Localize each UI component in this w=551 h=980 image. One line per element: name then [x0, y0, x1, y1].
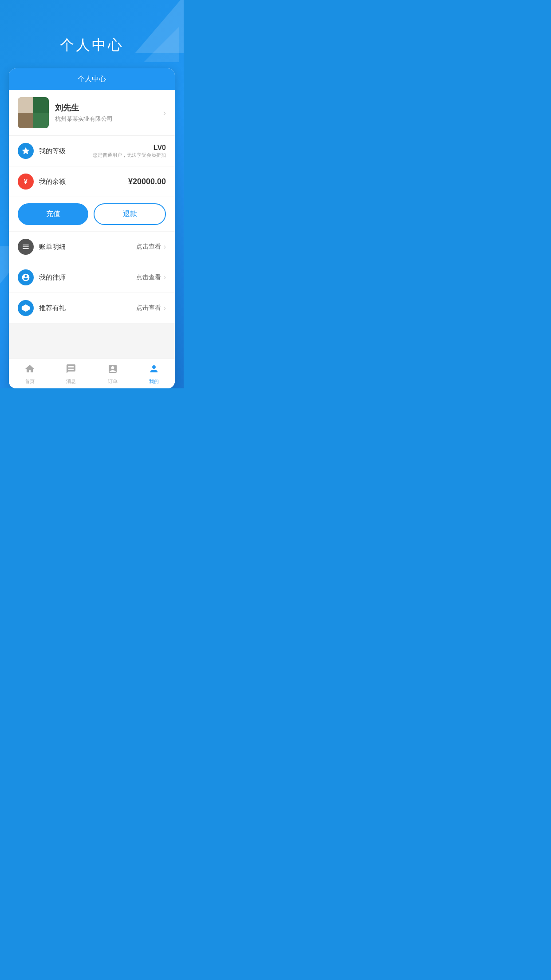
balance-icon: ¥ — [18, 174, 34, 190]
lawyer-right: 点击查看 › — [136, 273, 166, 281]
balance-amount: ¥20000.00 — [128, 177, 166, 186]
referral-right: 点击查看 › — [136, 304, 166, 312]
avatar-cell-1 — [18, 97, 33, 113]
bill-item[interactable]: 账单明细 点击查看 › — [9, 232, 175, 262]
bottom-nav: 首页 消息 订单 我的 — [9, 359, 175, 388]
bill-right: 点击查看 › — [136, 243, 166, 251]
nav-label-home: 首页 — [25, 378, 35, 385]
balance-label: 我的余额 — [39, 178, 128, 186]
profile-name: 刘先生 — [55, 103, 163, 113]
nav-label-order: 订单 — [108, 378, 118, 385]
lawyer-label: 我的律师 — [39, 273, 136, 282]
nav-label-mine: 我的 — [149, 378, 159, 385]
bill-icon — [18, 239, 34, 255]
page-title: 个人中心 — [0, 0, 184, 68]
referral-chevron-icon: › — [164, 304, 166, 312]
referral-item[interactable]: 推荐有礼 点击查看 › — [9, 293, 175, 323]
referral-icon — [18, 300, 34, 316]
balance-buttons: 充值 退款 — [9, 197, 175, 232]
nav-item-home[interactable]: 首页 — [9, 359, 51, 388]
recharge-button[interactable]: 充值 — [18, 203, 88, 225]
avatar-cell-4 — [33, 113, 49, 128]
avatar — [18, 97, 49, 128]
card-header: 个人中心 — [9, 68, 175, 90]
bill-label: 账单明细 — [39, 243, 136, 251]
referral-action: 点击查看 — [136, 304, 161, 312]
message-icon — [66, 364, 76, 377]
card-header-title: 个人中心 — [78, 75, 106, 83]
avatar-cell-2 — [33, 97, 49, 113]
profile-info: 刘先生 杭州某某实业有限公司 — [49, 103, 163, 123]
profile-section[interactable]: 刘先生 杭州某某实业有限公司 › — [9, 90, 175, 136]
nav-item-order[interactable]: 订单 — [92, 359, 134, 388]
empty-section — [9, 323, 175, 359]
grade-right: LV0 您是普通用户，无法享受会员折扣 — [93, 144, 166, 158]
lawyer-icon — [18, 269, 34, 285]
home-icon — [24, 364, 35, 377]
avatar-cell-3 — [18, 113, 33, 128]
grade-item[interactable]: 我的等级 LV0 您是普通用户，无法享受会员折扣 — [9, 136, 175, 166]
balance-item: ¥ 我的余额 ¥20000.00 — [9, 166, 175, 197]
grade-level: LV0 — [153, 144, 166, 151]
lawyer-item[interactable]: 我的律师 点击查看 › — [9, 262, 175, 293]
mine-icon — [149, 364, 159, 377]
grade-description: 您是普通用户，无法享受会员折扣 — [93, 152, 166, 158]
nav-label-message: 消息 — [66, 378, 76, 385]
lawyer-chevron-icon: › — [164, 273, 166, 281]
refund-button[interactable]: 退款 — [94, 203, 166, 225]
bill-action: 点击查看 — [136, 243, 161, 251]
order-icon — [107, 364, 118, 377]
grade-icon — [18, 143, 34, 159]
nav-item-mine[interactable]: 我的 — [134, 359, 175, 388]
grade-label: 我的等级 — [39, 147, 93, 155]
profile-arrow-icon: › — [163, 108, 166, 118]
lawyer-action: 点击查看 — [136, 273, 161, 281]
nav-item-message[interactable]: 消息 — [51, 359, 92, 388]
profile-company: 杭州某某实业有限公司 — [55, 115, 163, 123]
profile-card: 个人中心 刘先生 杭州某某实业有限公司 › 我的等级 LV0 您是普通用户，无法 — [9, 68, 175, 388]
referral-label: 推荐有礼 — [39, 304, 136, 312]
bill-chevron-icon: › — [164, 243, 166, 251]
